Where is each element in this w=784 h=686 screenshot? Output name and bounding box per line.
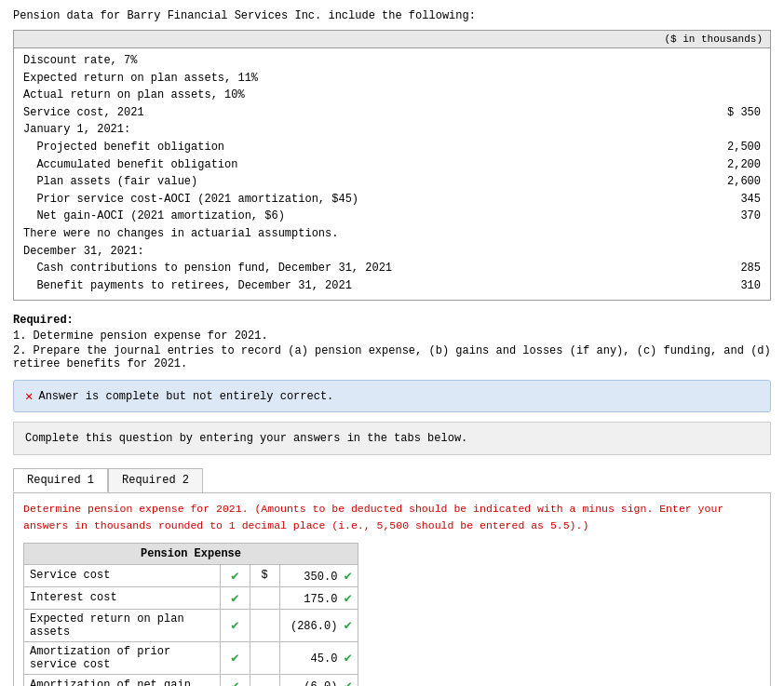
row-dollar: $ xyxy=(250,564,279,586)
required-item-2: 2. Prepare the journal entries to record… xyxy=(13,344,771,370)
data-row: Benefit payments to retirees, December 3… xyxy=(23,277,761,295)
data-label: Plan assets (fair value) xyxy=(23,173,705,191)
data-row: Service cost, 2021 $ 350 xyxy=(23,104,761,122)
value-check-icon: ✔ xyxy=(345,651,352,666)
data-value: 310 xyxy=(705,277,761,295)
check-icon: ✔ xyxy=(231,679,238,686)
row-dollar xyxy=(250,609,279,641)
data-label: Net gain-AOCI (2021 amortization, $6) xyxy=(23,208,705,225)
data-label: January 1, 2021: xyxy=(23,121,705,139)
data-value xyxy=(705,87,761,104)
tabs-row: Required 1 Required 2 xyxy=(13,468,771,492)
value-check-icon: ✔ xyxy=(345,618,352,633)
data-row: January 1, 2021: xyxy=(23,121,761,139)
table-row: Expected return on plan assets ✔ (286.0)… xyxy=(24,609,358,641)
tab-instructions: Determine pension expense for 2021. (Amo… xyxy=(23,501,761,533)
required-item-1: 1. Determine pension expense for 2021. xyxy=(13,330,771,343)
row-value: 175.0 ✔ xyxy=(279,586,358,609)
table-row: Interest cost ✔ 175.0 ✔ xyxy=(24,586,358,609)
check-icon: ✔ xyxy=(231,591,238,606)
data-value: 2,600 xyxy=(705,173,761,191)
row-check: ✔ xyxy=(221,564,250,586)
row-label: Service cost xyxy=(24,564,221,586)
row-label: Interest cost xyxy=(24,586,221,609)
required-title: Required: xyxy=(13,314,771,327)
tab-required-1[interactable]: Required 1 xyxy=(13,468,108,492)
data-label: December 31, 2021: xyxy=(23,243,705,261)
data-value: 345 xyxy=(705,191,761,208)
data-row: There were no changes in actuarial assum… xyxy=(23,225,761,243)
error-icon: ✕ xyxy=(25,388,33,404)
data-value: 2,200 xyxy=(705,156,761,174)
data-value xyxy=(705,225,761,243)
table-row: Amortization of prior service cost ✔ 45.… xyxy=(24,641,358,674)
data-label: Accumulated benefit obligation xyxy=(23,156,705,174)
pension-expense-table: Pension Expense Service cost ✔ $ 350.0 ✔… xyxy=(23,543,358,686)
check-icon: ✔ xyxy=(231,618,238,633)
table-row: Service cost ✔ $ 350.0 ✔ xyxy=(24,564,358,586)
data-label: Projected benefit obligation xyxy=(23,139,705,156)
complete-box-text: Complete this question by entering your … xyxy=(25,432,467,445)
data-table: ($ in thousands) Discount rate, 7% Expec… xyxy=(13,30,771,301)
row-value: (286.0) ✔ xyxy=(279,609,358,641)
data-body: Discount rate, 7% Expected return on pla… xyxy=(14,48,770,300)
data-value: $ 350 xyxy=(705,104,761,122)
tab-content: Determine pension expense for 2021. (Amo… xyxy=(13,492,771,686)
data-label: Expected return on plan assets, 11% xyxy=(23,70,705,87)
data-label: Prior service cost-AOCI (2021 amortizati… xyxy=(23,191,705,208)
data-row: Expected return on plan assets, 11% xyxy=(23,70,761,87)
data-row: Actual return on plan assets, 10% xyxy=(23,87,761,104)
row-label: Amortization of net gain xyxy=(24,674,221,686)
row-check: ✔ xyxy=(221,641,250,674)
data-value xyxy=(705,121,761,139)
data-label: Discount rate, 7% xyxy=(23,52,705,70)
row-dollar xyxy=(250,674,279,686)
data-value xyxy=(705,52,761,70)
row-value: 45.0 ✔ xyxy=(279,641,358,674)
complete-box: Complete this question by entering your … xyxy=(13,422,771,455)
answer-notice-text: Answer is complete but not entirely corr… xyxy=(38,390,333,403)
row-check: ✔ xyxy=(221,609,250,641)
data-label: There were no changes in actuarial assum… xyxy=(23,225,705,243)
answer-notice: ✕ Answer is complete but not entirely co… xyxy=(13,380,771,412)
required-section: Required: 1. Determine pension expense f… xyxy=(13,314,771,370)
row-dollar xyxy=(250,586,279,609)
data-value xyxy=(705,243,761,261)
data-row: December 31, 2021: xyxy=(23,243,761,261)
pension-table-header: Pension Expense xyxy=(24,543,358,564)
data-row: Projected benefit obligation 2,500 xyxy=(23,139,761,156)
check-icon: ✔ xyxy=(231,569,238,584)
data-label: Actual return on plan assets, 10% xyxy=(23,87,705,104)
data-label: Benefit payments to retirees, December 3… xyxy=(23,277,705,295)
check-icon: ✔ xyxy=(231,651,238,666)
data-value: 2,500 xyxy=(705,139,761,156)
table-row: Amortization of net gain ✔ (6.0) ✔ xyxy=(24,674,358,686)
data-label: Service cost, 2021 xyxy=(23,104,705,122)
intro-text: Pension data for Barry Financial Service… xyxy=(13,9,771,22)
row-label: Amortization of prior service cost xyxy=(24,641,221,674)
data-value: 285 xyxy=(705,260,761,277)
row-value: 350.0 ✔ xyxy=(279,564,358,586)
data-row: Net gain-AOCI (2021 amortization, $6) 37… xyxy=(23,208,761,225)
data-row: Discount rate, 7% xyxy=(23,52,761,70)
data-header: ($ in thousands) xyxy=(14,31,770,48)
row-value: (6.0) ✔ xyxy=(279,674,358,686)
value-check-icon: ✔ xyxy=(345,679,352,686)
row-dollar xyxy=(250,641,279,674)
data-row: Plan assets (fair value) 2,600 xyxy=(23,173,761,191)
row-check: ✔ xyxy=(221,674,250,686)
value-check-icon: ✔ xyxy=(345,591,352,606)
value-check-icon: ✔ xyxy=(345,569,352,584)
data-row: Prior service cost-AOCI (2021 amortizati… xyxy=(23,191,761,208)
row-label: Expected return on plan assets xyxy=(24,609,221,641)
data-row: Cash contributions to pension fund, Dece… xyxy=(23,260,761,277)
data-value: 370 xyxy=(705,208,761,225)
data-value xyxy=(705,70,761,87)
data-row: Accumulated benefit obligation 2,200 xyxy=(23,156,761,174)
row-check: ✔ xyxy=(221,586,250,609)
tab-required-2[interactable]: Required 2 xyxy=(108,468,203,492)
data-label: Cash contributions to pension fund, Dece… xyxy=(23,260,705,277)
